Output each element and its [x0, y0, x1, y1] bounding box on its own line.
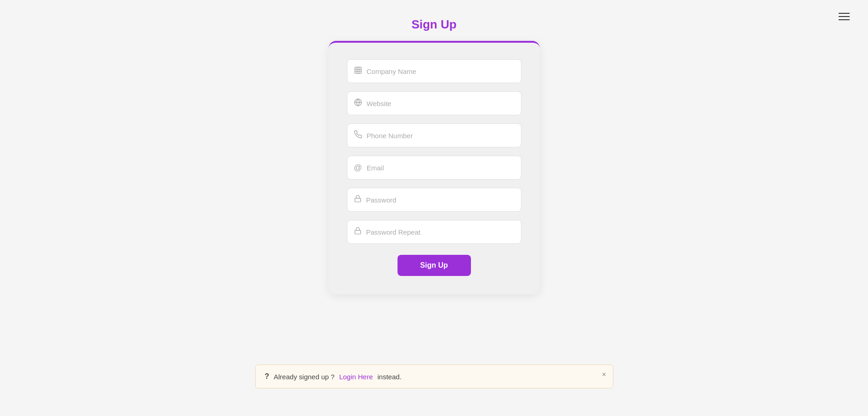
- password-repeat-group: [347, 220, 521, 244]
- login-here-link[interactable]: Login Here: [339, 373, 373, 381]
- phone-number-wrapper: [347, 124, 521, 147]
- phone-number-group: [347, 124, 521, 147]
- svg-rect-8: [355, 230, 361, 234]
- notification-text-after: instead.: [377, 373, 402, 381]
- at-icon: @: [354, 163, 362, 173]
- globe-icon: [354, 98, 362, 109]
- website-wrapper: [347, 91, 521, 115]
- phone-number-input[interactable]: [367, 132, 515, 140]
- building-icon: [354, 66, 362, 77]
- lock-repeat-icon: [354, 227, 362, 237]
- password-repeat-wrapper: [347, 220, 521, 244]
- password-repeat-input[interactable]: [366, 228, 515, 236]
- svg-rect-7: [355, 198, 361, 202]
- signup-form-card: @ Sign Up: [329, 41, 540, 294]
- svg-rect-0: [355, 67, 361, 73]
- hamburger-line-1: [839, 13, 850, 14]
- password-wrapper: [347, 188, 521, 212]
- hamburger-line-3: [839, 19, 850, 20]
- hamburger-line-2: [839, 16, 850, 17]
- hamburger-menu-button[interactable]: [839, 13, 850, 20]
- company-name-group: [347, 59, 521, 83]
- password-input[interactable]: [366, 196, 515, 204]
- notification-question-mark: ?: [265, 372, 269, 381]
- notification-close-button[interactable]: ×: [602, 371, 606, 379]
- phone-icon: [354, 130, 362, 141]
- page-title: Sign Up: [411, 17, 456, 32]
- company-name-input[interactable]: [367, 67, 515, 75]
- email-wrapper: @: [347, 156, 521, 180]
- password-group: [347, 188, 521, 212]
- email-input[interactable]: [367, 164, 515, 172]
- email-group: @: [347, 156, 521, 180]
- website-group: [347, 91, 521, 115]
- lock-icon: [354, 195, 362, 205]
- signup-button[interactable]: Sign Up: [398, 255, 471, 276]
- website-input[interactable]: [367, 100, 515, 107]
- company-name-wrapper: [347, 59, 521, 83]
- notification-bar: ? Already signed up ? Login Here instead…: [255, 365, 613, 388]
- notification-text-before: Already signed up ?: [274, 373, 335, 381]
